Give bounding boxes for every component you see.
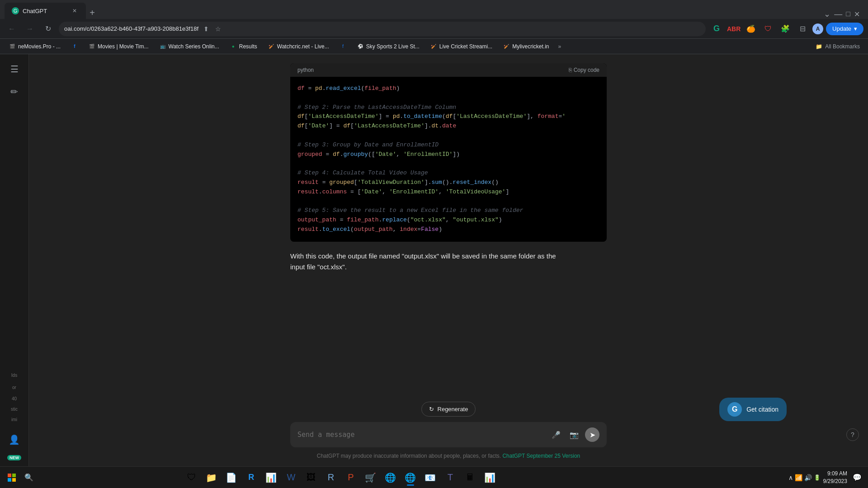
sidebar-new-badge-container: NEW (7, 453, 21, 461)
bookmark-movies[interactable]: 🎬 neMovies.Pro - ... (5, 41, 65, 52)
taskbar-app-excel[interactable]: 📊 (262, 469, 280, 487)
regenerate-button[interactable]: ↻ Regenerate (421, 402, 476, 417)
restore-down-icon[interactable]: ⌄ (824, 9, 830, 19)
share-icon[interactable]: ⬆ (202, 25, 210, 33)
taskbar-app-security[interactable]: 🛡 (183, 469, 201, 487)
tab-label: ChatGPT (23, 8, 47, 14)
extension-green-icon[interactable]: G (709, 22, 724, 36)
address-bar[interactable]: oai.com/c/0263a622-b460-43f7-a903-208b81… (59, 22, 706, 36)
bookmark-movietim[interactable]: 🎬 Movies | Movie Tim... (84, 41, 153, 52)
chat-content: python ⎘ Copy code df = pd.read_excel(fi… (29, 54, 868, 394)
send-button[interactable]: ➤ (585, 427, 599, 442)
bookmark-results[interactable]: ● Results (226, 41, 262, 52)
notification-button[interactable]: 💬 (850, 470, 864, 485)
system-clock[interactable]: 9:09 AM 9/29/2023 (823, 470, 847, 485)
start-button[interactable] (4, 469, 20, 486)
all-bookmarks-button[interactable]: 📁 All Bookmarks (812, 42, 863, 52)
forward-button[interactable]: → (23, 22, 37, 36)
reload-button[interactable]: ↻ (41, 22, 55, 36)
bookmark-livecricket[interactable]: 🏏 Live Cricket Streami... (426, 41, 497, 52)
taskbar-app-edge[interactable]: 🌐 (382, 469, 400, 487)
code-line-6 (297, 131, 599, 141)
sidebar-icon-menu[interactable]: ☰ (5, 60, 24, 79)
bookmark-favicon-mlc: 🏏 (503, 43, 509, 50)
code-line-16: result.to_excel(output_path, index=False… (297, 225, 599, 235)
code-line-4: df['LastAccessDateTime'] = pd.to_datetim… (297, 112, 599, 122)
sidebar-icon-user[interactable]: 👤 (5, 430, 24, 449)
taskbar-app-powerpoint[interactable]: P (342, 469, 360, 487)
taskbar-app-gallery[interactable]: 🖼 (302, 469, 320, 487)
copy-code-button[interactable]: ⎘ Copy code (569, 67, 599, 73)
code-line-14: # Step 5: Save the result to a new Excel… (297, 206, 599, 216)
code-line-15: output_path = file_path.replace("oct.xls… (297, 216, 599, 225)
extension-blue-icon[interactable]: 🛡 (761, 22, 775, 36)
bookmark-watchcric[interactable]: 🏏 Watchcric.net - Live... (264, 41, 334, 52)
message-input[interactable] (297, 431, 543, 439)
bookmark-label-ss: Sky Sports 2 Live St... (366, 43, 420, 50)
disclaimer-link[interactable]: ChatGPT September 25 Version (502, 453, 580, 459)
taskbar-app-store[interactable]: 🛒 (362, 469, 380, 487)
chevron-up-icon[interactable]: ∧ (788, 474, 793, 481)
search-taskbar-button[interactable]: 🔍 (21, 469, 37, 486)
code-body: df = pd.read_excel(file_path) # Step 2: … (290, 77, 607, 242)
code-line-2 (297, 94, 599, 103)
bookmark-favicon-ss: ⚽ (357, 43, 363, 50)
taskbar-app-calculator[interactable]: 🖩 (461, 469, 479, 487)
address-text: oai.com/c/0263a622-b460-43f7-a903-208b81… (64, 25, 198, 32)
bookmarks-more-button[interactable]: » (556, 42, 564, 52)
taskbar-app-chrome[interactable]: 🌐 (401, 469, 420, 487)
response-text: With this code, the output file named "o… (290, 251, 607, 272)
network-icon[interactable]: 📶 (795, 474, 802, 481)
update-button[interactable]: Update ▾ (826, 23, 863, 35)
code-line-9 (297, 159, 599, 169)
toolbar-icons: G ABR 🍊 🛡 🧩 ⊟ A Update ▾ (709, 22, 863, 36)
volume-icon[interactable]: 🔊 (804, 474, 812, 481)
bookmark-label-lc: Live Cricket Streami... (439, 43, 492, 50)
taskbar-app-r[interactable]: R (242, 469, 260, 487)
taskbar-app-teams[interactable]: T (441, 469, 459, 487)
tab-bar: G ChatGPT ✕ + ⌄ — □ ✕ (0, 0, 868, 19)
extension-puzzle-icon[interactable]: 🧩 (778, 22, 793, 36)
sidebar-icon-new-chat[interactable]: ✏ (5, 82, 24, 101)
bookmark-favicon-results: ● (230, 43, 236, 50)
extension-orange-icon[interactable]: 🍊 (744, 22, 758, 36)
taskbar-app-rstudio[interactable]: R (322, 469, 340, 487)
close-window-icon[interactable]: ✕ (854, 10, 860, 19)
taskbar-app-mail[interactable]: 📧 (421, 469, 439, 487)
bookmark-fb2[interactable]: f (335, 41, 351, 52)
bookmark-star-icon[interactable]: ☆ (214, 25, 222, 33)
bookmark-label-mt: Movies | Movie Tim... (98, 43, 148, 50)
taskbar-left: 🔍 (4, 469, 37, 486)
taskbar-center: 🛡 📁 📄 R 📊 W 🖼 R P 🛒 🌐 🌐 📧 T 🖩 📊 (183, 469, 499, 487)
sidebar-new-badge: NEW (7, 455, 21, 460)
tab-close-button[interactable]: ✕ (71, 7, 79, 15)
bookmark-mylivecricket[interactable]: 🏏 Mylivecricket.in (499, 41, 553, 52)
sidebar-label-stic: stic (11, 406, 18, 413)
minimize-icon[interactable]: — (834, 9, 842, 19)
bookmark-label-movies: neMovies.Pro - ... (18, 43, 61, 50)
active-tab[interactable]: G ChatGPT ✕ (5, 3, 86, 19)
bookmark-skysports[interactable]: ⚽ Sky Sports 2 Live St... (353, 41, 424, 52)
new-tab-button[interactable]: + (86, 6, 99, 19)
code-block: python ⎘ Copy code df = pd.read_excel(fi… (290, 63, 607, 242)
bookmark-watchseries[interactable]: 📺 Watch Series Onlin... (155, 41, 224, 52)
get-citation-button[interactable]: G Get citation (719, 398, 787, 421)
clock-date: 9/29/2023 (823, 478, 847, 485)
sidebar-toggle-icon[interactable]: ⊟ (795, 22, 810, 36)
svg-rect-3 (12, 478, 16, 482)
extension-red-icon[interactable]: ABR (726, 22, 741, 36)
bookmark-favicon-lc: 🏏 (430, 43, 437, 50)
taskbar-app-file-explorer[interactable]: 📁 (203, 469, 221, 487)
taskbar-app-excel2[interactable]: 📊 (481, 469, 499, 487)
camera-input-button[interactable]: 📷 (567, 427, 581, 442)
help-button[interactable]: ? (846, 428, 859, 441)
profile-icon[interactable]: A (812, 23, 823, 34)
code-line-8: grouped = df.groupby(['Date', 'Enrollmen… (297, 150, 599, 160)
back-button[interactable]: ← (5, 22, 19, 36)
taskbar-app-acrobat[interactable]: 📄 (222, 469, 241, 487)
get-citation-icon: G (727, 402, 742, 417)
taskbar-app-word[interactable]: W (282, 469, 300, 487)
bookmark-facebook[interactable]: f (67, 41, 82, 52)
voice-input-button[interactable]: 🎤 (549, 427, 563, 442)
maximize-icon[interactable]: □ (846, 10, 850, 18)
